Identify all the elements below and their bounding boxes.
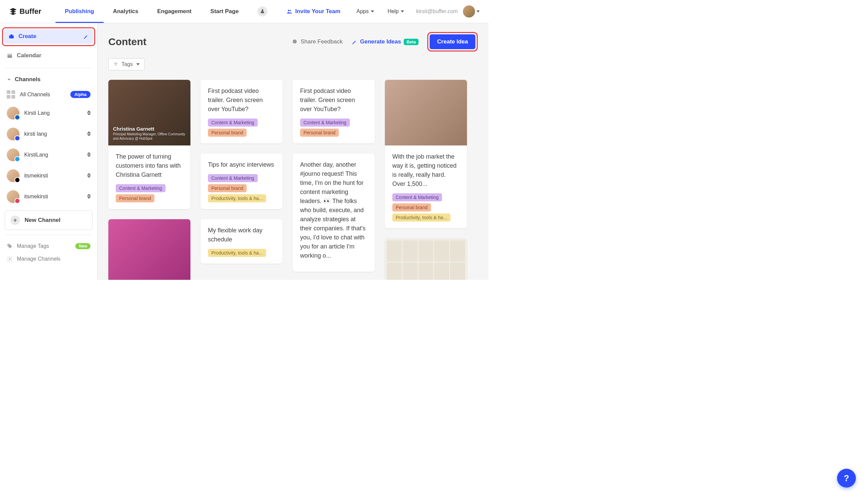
idea-card[interactable]: First podcast video trailer. Green scree… [293,80,375,143]
tag[interactable]: Personal brand [392,203,431,211]
tag[interactable]: Content & Marketing [208,174,258,182]
gear-icon [7,256,13,262]
network-badge-icon [14,114,20,120]
page-title: Content [108,36,146,47]
sidebar-channel[interactable]: Kirsti Lang0 [2,103,95,124]
nav-engagement[interactable]: Engagement [148,0,201,23]
sidebar: Create Calendar Channels All Channels Al… [0,23,98,280]
nav-publishing[interactable]: Publishing [56,0,104,23]
card-text: My flexible work day schedule [208,226,275,244]
nav-analytics[interactable]: Analytics [104,0,148,23]
card-text: First podcast video trailer. Green scree… [300,87,367,114]
card-image [385,80,467,145]
card-text: First podcast video trailer. Green scree… [208,87,275,114]
beta-badge: Beta [404,39,418,45]
grid-icon [7,90,15,99]
idea-card[interactable]: With the job market the way it is, getti… [385,80,467,228]
channel-name: kirsti lang [24,131,47,137]
idea-card[interactable]: Another day, another #journo request! Th… [293,154,375,272]
card-text: With the job market the way it is, getti… [392,152,459,188]
sidebar-calendar[interactable]: Calendar [2,48,95,63]
card-image [108,219,190,280]
idea-card[interactable]: Christina Garnett Principal Marketing Ma… [108,80,190,209]
tag[interactable]: Content & Marketing [392,193,442,201]
channel-count: 0 [87,152,90,158]
channel-name: itsmekirsti [24,194,48,200]
channel-count: 0 [87,173,90,179]
network-badge-icon [14,198,20,204]
channel-count: 0 [87,110,90,116]
tag[interactable]: Content & Marketing [208,118,258,127]
card-text: Tips for async interviews [208,160,275,169]
channel-avatar [7,107,19,119]
chevron-down-icon [136,63,139,65]
user-menu[interactable] [463,5,480,17]
tag-icon [7,243,13,249]
channel-name: itsmekirsti [24,173,48,179]
create-idea-button[interactable]: Create Idea [430,34,475,49]
sidebar-channel[interactable]: kirsti lang0 [2,124,95,144]
idea-card[interactable] [108,219,190,280]
tag[interactable]: Personal brand [300,129,339,137]
chevron-up-icon [7,77,12,82]
manage-tags[interactable]: Manage Tags New [2,240,95,253]
user-email: kirsti@buffer.com [411,9,463,14]
apps-dropdown[interactable]: Apps [350,9,381,14]
svg-point-4 [8,244,9,245]
help-dropdown[interactable]: Help [381,9,411,14]
idea-card[interactable]: First podcast video trailer. Green scree… [201,80,283,143]
tag[interactable]: Productivity, tools & ha... [208,194,266,202]
nav-start-page[interactable]: Start Page [201,0,248,23]
idea-card[interactable] [385,238,467,280]
new-channel-button[interactable]: + New Channel [5,211,92,230]
tag[interactable]: Personal brand [208,129,247,137]
channel-avatar [7,148,19,161]
sidebar-channel[interactable]: KirstiLang0 [2,144,95,165]
channels-section-toggle[interactable]: Channels [2,73,95,86]
idea-card[interactable]: Tips for async interviews Content & Mark… [201,154,283,209]
alpha-badge: Alpha [70,91,90,98]
svg-point-1 [290,10,291,11]
channel-avatar [7,190,19,203]
svg-point-0 [288,10,290,12]
flask-icon[interactable] [258,6,267,16]
filter-icon [113,62,118,67]
wand-icon [351,39,357,45]
sidebar-channel[interactable]: itsmekirsti0 [2,186,95,207]
briefcase-icon [9,33,14,39]
invite-team-button[interactable]: Invite Your Team [277,8,350,15]
idea-card[interactable]: My flexible work day schedule Productivi… [201,219,283,264]
sidebar-all-channels[interactable]: All Channels Alpha [2,86,95,103]
tags-filter-dropdown[interactable]: Tags [108,58,145,70]
network-badge-icon [14,156,20,162]
generate-ideas-button[interactable]: Generate Ideas Beta [351,38,418,45]
tag[interactable]: Productivity, tools & ha... [208,249,266,257]
card-image: Christina Garnett Principal Marketing Ma… [108,80,190,145]
tag[interactable]: Productivity, tools & ha... [392,213,451,222]
tag[interactable]: Content & Marketing [300,118,350,127]
svg-point-5 [9,258,11,260]
wand-icon [83,33,89,39]
svg-rect-2 [9,36,14,38]
top-nav: Buffer Publishing Analytics Engagement S… [0,0,488,23]
new-badge: New [75,243,90,249]
channel-avatar [7,169,19,182]
sidebar-channel[interactable]: itsmekirsti0 [2,165,95,186]
sidebar-create[interactable]: Create [4,29,93,44]
manage-channels[interactable]: Manage Channels [2,253,95,265]
chevron-down-icon [371,11,374,12]
tag[interactable]: Personal brand [208,184,247,192]
highlight-create: Create [2,27,95,46]
channel-name: Kirsti Lang [24,110,50,116]
channel-count: 0 [87,194,90,200]
calendar-icon [7,53,13,59]
card-text: Another day, another #journo request! Th… [300,160,367,260]
plus-icon: + [11,215,20,225]
tag[interactable]: Content & Marketing [116,184,165,192]
content-area: Content Share Feedback Generate Ideas Be… [98,23,488,280]
buffer-logo[interactable]: Buffer [10,7,41,16]
share-feedback-button[interactable]: Share Feedback [292,38,342,45]
tag[interactable]: Personal brand [116,194,155,202]
network-badge-icon [14,177,20,183]
highlight-create-idea: Create Idea [427,32,478,52]
